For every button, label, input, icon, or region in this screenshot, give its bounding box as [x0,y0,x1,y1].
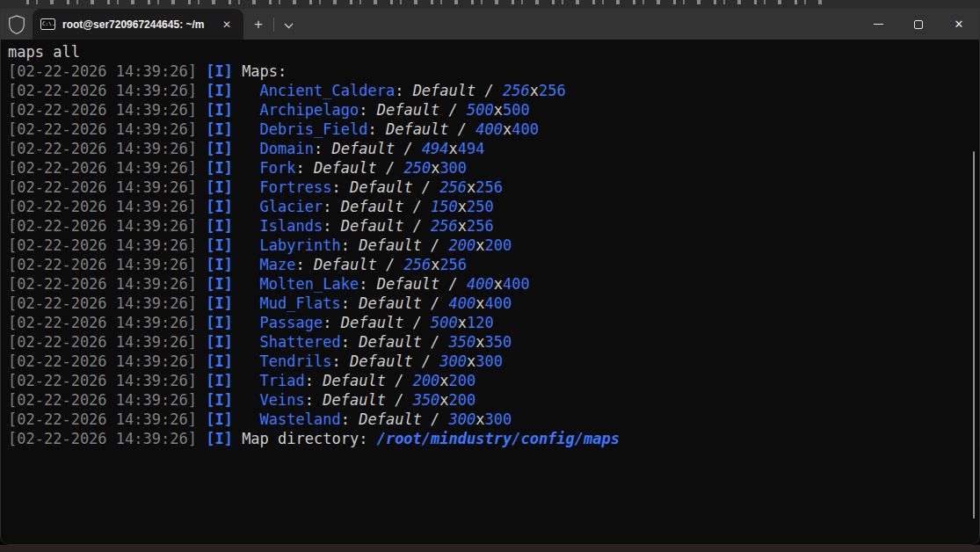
tab-bar-spacer [302,9,858,40]
log-line: [02-22-2026 14:39:26] [I] Map directory:… [8,429,979,448]
timestamp: [02-22-2026 14:39:26] [8,333,206,351]
cursor-line [8,526,979,545]
map-height: 494 [458,140,485,157]
log-level-badge: [I] [206,314,233,331]
map-width: 200 [449,236,476,254]
log-level-badge: [I] [206,410,233,428]
map-height: 120 [467,314,494,331]
log-line: [02-22-2026 14:39:26] [I] Ancient_Calder… [8,81,979,100]
log-level-badge: [I] [206,256,233,273]
scrollbar-thumb[interactable] [973,151,975,519]
log-text [233,178,260,196]
log-text: : [323,314,340,331]
blank-lines [8,448,979,526]
map-height: 400 [503,275,530,293]
map-height: 300 [485,410,512,428]
maximize-icon [914,20,923,29]
map-mode: Default / [314,256,403,273]
tab-close-button[interactable]: ✕ [219,18,235,32]
log-line: [02-22-2026 14:39:26] [I] Labyrinth: Def… [8,236,979,255]
log-line: [02-22-2026 14:39:26] [I] Islands: Defau… [8,216,979,236]
log-line: [02-22-2026 14:39:26] [I] Debris_Field: … [8,120,979,139]
minimize-button[interactable] [858,9,898,40]
log-text: x [503,120,512,138]
log-text: x [475,410,484,428]
map-width: 350 [449,333,476,351]
log-text: x [475,236,484,254]
map-height: 300 [475,352,503,370]
log-text: : [341,236,359,254]
log-level-badge: [I] [206,275,233,293]
log-line: [02-22-2026 14:39:26] [I] Glacier: Defau… [8,197,979,216]
timestamp: [02-22-2026 14:39:26] [8,159,206,177]
log-text: : [341,410,359,428]
timestamp: [02-22-2026 14:39:26] [8,294,206,312]
map-width: 300 [439,352,467,370]
desktop-edge-strip [0,545,980,552]
map-height: 200 [449,391,476,409]
log-text: x [467,178,475,196]
map-mode: Default / [350,352,439,370]
log-text: : [323,198,340,215]
log-text: x [449,140,458,157]
log-text: : [296,159,314,177]
map-mode: Default / [359,410,448,428]
terminal-tab[interactable]: C:\. root@ser720967244645: ~/m ✕ [33,9,243,40]
log-line: [02-22-2026 14:39:26] [I] Tendrils: Defa… [8,352,979,371]
map-width: 256 [503,82,530,99]
map-directory-path: /root/mindustry/config/maps [377,430,620,447]
map-name: Domain [260,140,314,157]
timestamp: [02-22-2026 14:39:26] [8,140,206,157]
log-text: x [439,372,448,389]
map-height: 256 [439,256,467,273]
map-height: 200 [449,372,476,389]
map-height: 200 [485,236,512,254]
log-level-badge: [I] [206,236,233,254]
command-line: maps all [8,42,979,62]
log-text [233,352,260,370]
map-height: 350 [485,333,512,351]
log-text: x [431,159,439,177]
tab-dropdown-button[interactable] [274,9,302,40]
log-text: : [332,178,350,196]
minimize-icon [874,24,883,25]
log-line: [02-22-2026 14:39:26] [I] Maps: [8,62,979,81]
map-name: Islands [260,217,323,235]
timestamp: [02-22-2026 14:39:26] [8,101,206,119]
close-button[interactable]: ✕ [939,9,979,40]
terminal-content[interactable]: maps all [02-22-2026 14:39:26] [I] Maps:… [1,40,979,545]
log-line: [02-22-2026 14:39:26] [I] Archipelago: D… [8,100,979,120]
log-text [233,372,260,389]
log-level-badge: [I] [206,294,233,312]
map-name: Mud_Flats [260,294,341,312]
log-text: : [314,140,331,157]
timestamp: [02-22-2026 14:39:26] [8,217,206,235]
map-width: 300 [449,410,476,428]
log-text: x [458,217,467,235]
terminal-log: [02-22-2026 14:39:26] [I] Maps:[02-22-20… [8,62,979,448]
maximize-button[interactable] [898,9,939,40]
log-line: [02-22-2026 14:39:26] [I] Fork: Default … [8,158,979,178]
map-width: 256 [439,178,467,196]
timestamp: [02-22-2026 14:39:26] [8,314,206,331]
map-mode: Default / [332,140,422,157]
new-tab-button[interactable]: + [243,9,273,40]
map-mode: Default / [413,82,503,99]
log-text [233,275,260,293]
map-name: Ancient_Caldera [260,82,396,99]
log-line: [02-22-2026 14:39:26] [I] Fortress: Defa… [8,178,979,197]
log-text [233,82,260,99]
map-mode: Default / [323,391,412,409]
map-mode: Default / [359,294,448,312]
map-mode: Default / [341,198,431,215]
log-level-badge: [I] [206,62,233,80]
map-name: Tendrils [260,352,332,370]
map-mode: Default / [314,159,403,177]
log-text: x [494,101,503,119]
map-width: 350 [413,391,440,409]
timestamp: [02-22-2026 14:39:26] [8,120,206,138]
timestamp: [02-22-2026 14:39:26] [8,62,206,80]
map-height: 500 [503,101,530,119]
map-width: 494 [422,140,449,157]
log-text: x [475,333,484,351]
